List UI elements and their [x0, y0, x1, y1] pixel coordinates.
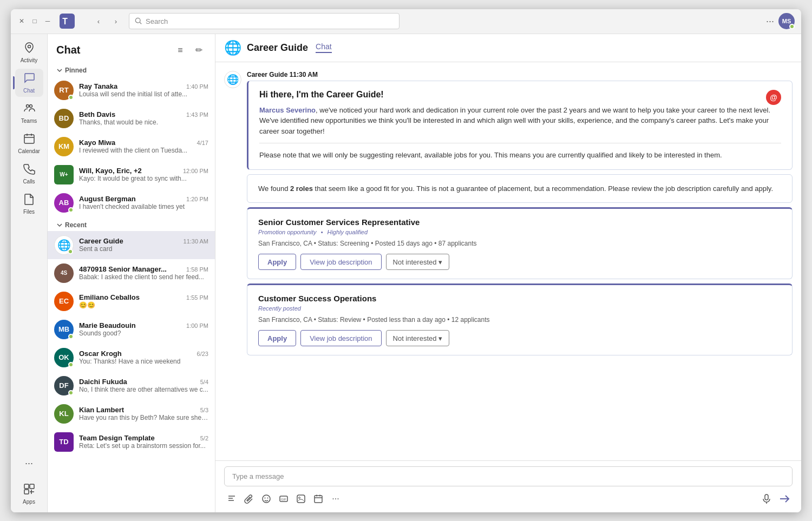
emoji-btn[interactable] [259, 491, 274, 506]
input-placeholder: Type a message [232, 472, 284, 480]
chat-item-ok[interactable]: OK Oscar Krogh 6/23 You: Thanks! Have a … [48, 344, 215, 372]
chat-name: Kian Lambert [79, 406, 124, 414]
chat-item-kayo[interactable]: KM Kayo Miwa 4/17 I reviewed with the cl… [48, 133, 215, 161]
sidebar-item-calendar[interactable]: Calendar [15, 129, 43, 157]
chat-info-ray: Ray Tanaka 1:40 PM Louisa will send the … [79, 82, 208, 98]
files-icon [23, 193, 35, 208]
chat-messages: 🌐 Career Guide 11:30 AM Hi there, I'm th… [215, 62, 801, 460]
chat-preview: No, I think there are other alternatives… [79, 386, 208, 393]
chat-toolbar: GIF ··· [224, 491, 793, 507]
sidebar-item-teams[interactable]: Teams [15, 99, 43, 127]
title-bar-right: ··· MS [766, 13, 795, 29]
chat-preview: 😊😊 [79, 301, 208, 309]
message-row-career: 🌐 Career Guide 11:30 AM Hi there, I'm th… [224, 71, 793, 360]
sidebar-item-files[interactable]: Files [15, 190, 43, 218]
chat-item-ec[interactable]: EC Emiliano Ceballos 1:55 PM 😊😊 [48, 287, 215, 315]
svg-text:T: T [62, 17, 68, 26]
filter-btn[interactable]: ≡ [173, 43, 188, 58]
job-actions-2: Apply View job description Not intereste… [258, 330, 781, 346]
more-options-toolbar-btn[interactable]: ··· [328, 491, 343, 506]
activity-label: Activity [21, 57, 38, 63]
avatar-mb: MB [54, 320, 74, 339]
send-btn[interactable] [776, 491, 793, 507]
chat-item-beth[interactable]: BD Beth Davis 1:43 PM Thanks, that would… [48, 104, 215, 133]
roles-found-card: We found 2 roles that seem like a good f… [247, 174, 793, 203]
chat-name: Team Design Template [79, 434, 155, 442]
minimize-btn[interactable]: ─ [43, 17, 52, 25]
chat-item-will[interactable]: W+ Will, Kayo, Eric, +2 12:00 PM Kayo: I… [48, 161, 215, 189]
card-title: Hi there, I'm the Career Guide! [259, 90, 384, 100]
pinned-section-label[interactable]: Pinned [48, 62, 215, 76]
user-highlight: Marcus Severino [259, 106, 316, 114]
user-status-dot [789, 24, 795, 29]
nav-more-btn[interactable]: ··· [15, 450, 43, 478]
chat-header-avatar-globe: 🌐 [224, 39, 241, 56]
chat-time: 1:55 PM [186, 294, 208, 301]
attach-btn[interactable] [241, 491, 257, 506]
sticker-btn[interactable] [293, 491, 309, 506]
schedule-btn[interactable] [311, 491, 326, 506]
nav-arrows: ‹ › [91, 14, 123, 29]
new-chat-btn[interactable]: ✏ [191, 43, 206, 58]
chat-item-mb[interactable]: MB Marie Beaudouin 1:00 PM Sounds good? [48, 315, 215, 344]
avatar-aug: AB [54, 193, 74, 213]
maximize-btn[interactable]: □ [30, 17, 39, 25]
chat-info-beth: Beth Davis 1:43 PM Thanks, that would be… [79, 110, 208, 126]
at-icon: @ [766, 90, 781, 105]
sidebar-item-chat[interactable]: Chat [15, 69, 43, 97]
close-btn[interactable]: ✕ [17, 17, 26, 25]
chat-preview: Sounds good? [79, 329, 208, 337]
chat-preview: I haven't checked available times yet [79, 203, 208, 210]
sidebar-item-activity[interactable]: Activity [15, 38, 43, 67]
apply-btn-1[interactable]: Apply [258, 254, 296, 270]
message-timestamp: Career Guide 11:30 AM [247, 71, 793, 78]
search-bar[interactable]: Search [129, 13, 400, 29]
back-btn[interactable]: ‹ [91, 14, 106, 29]
sidebar-item-calls[interactable]: Calls [15, 160, 43, 188]
apply-btn-2[interactable]: Apply [258, 330, 296, 346]
chat-tab[interactable]: Chat [316, 42, 332, 53]
chat-time: 5/4 [200, 379, 208, 385]
message-avatar: 🌐 [224, 71, 241, 88]
not-interested-btn-2[interactable]: Not interested ▾ [386, 330, 450, 346]
chat-item-4870[interactable]: 4S 4870918 Senior Manager... 1:58 PM Bab… [48, 259, 215, 287]
user-avatar[interactable]: MS [778, 13, 795, 29]
chat-item-df[interactable]: DF Daichi Fukuda 5/4 No, I think there a… [48, 372, 215, 400]
chat-header: 🌐 Career Guide Chat [215, 34, 801, 62]
view-job-btn-1[interactable]: View job description [300, 254, 381, 270]
avatar-beth: BD [54, 109, 74, 128]
chat-item-aug[interactable]: AB August Bergman 1:20 PM I haven't chec… [48, 189, 215, 217]
message-input[interactable]: Type a message [224, 466, 793, 486]
card-note: Please note that we will only be suggest… [259, 150, 781, 161]
gif-btn[interactable]: GIF [276, 491, 291, 506]
svg-text:GIF: GIF [281, 498, 286, 501]
dictate-btn[interactable] [759, 491, 774, 506]
recent-section-label[interactable]: Recent [48, 217, 215, 231]
status-dot [68, 95, 74, 100]
chat-item-kian[interactable]: KL Kian Lambert 5/3 Have you ran this by… [48, 400, 215, 428]
svg-point-4 [28, 45, 30, 48]
more-options-btn[interactable]: ··· [766, 16, 774, 27]
chat-item-ray[interactable]: RT Ray Tanaka 1:40 PM Louisa will send t… [48, 76, 215, 104]
chat-preview: Kayo: It would be great to sync with... [79, 175, 208, 182]
chevron-down-icon [56, 67, 63, 74]
view-job-btn-2[interactable]: View job description [300, 330, 381, 346]
sidebar-item-apps[interactable]: Apps [15, 480, 43, 508]
chat-time: 1:20 PM [186, 196, 208, 202]
chat-name: Emiliano Ceballos [79, 293, 140, 301]
chat-sidebar-title: Chat [56, 44, 80, 56]
forward-btn[interactable]: › [108, 14, 123, 29]
svg-point-18 [267, 497, 269, 498]
chat-info-will: Will, Kayo, Eric, +2 12:00 PM Kayo: It w… [79, 167, 208, 182]
chat-preview: Thanks, that would be nice. [79, 118, 208, 126]
chat-preview: Reta: Let's set up a brainstorm session … [79, 442, 208, 450]
format-btn[interactable] [224, 491, 239, 506]
chat-time: 5/2 [200, 435, 208, 441]
svg-rect-27 [765, 494, 768, 500]
chat-item-team[interactable]: TD Team Design Template 5/2 Reta: Let's … [48, 428, 215, 456]
message-content: Career Guide 11:30 AM Hi there, I'm the … [247, 71, 793, 360]
chat-item-career[interactable]: 🌐 Career Guide 11:30 AM Sent a card [48, 231, 215, 259]
avatar-kian: KL [54, 404, 74, 424]
chat-info-4870: 4870918 Senior Manager... 1:58 PM Babak:… [79, 265, 208, 281]
not-interested-btn-1[interactable]: Not interested ▾ [386, 254, 450, 270]
